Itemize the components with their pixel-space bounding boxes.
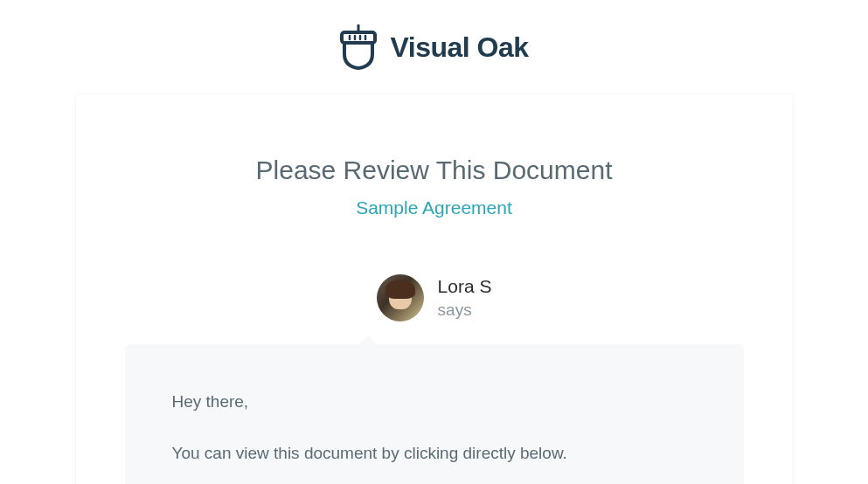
sender-name: Lora S [438, 276, 492, 297]
brand-logo: Visual Oak [339, 24, 528, 70]
message-body: You can view this document by clicking d… [172, 441, 697, 467]
document-title-link[interactable]: Sample Agreement [356, 197, 512, 218]
sender-says-label: says [438, 301, 492, 320]
sender-text: Lora S says [438, 276, 492, 320]
svg-rect-1 [342, 32, 375, 43]
message-card: Hey there, You can view this document by… [125, 344, 744, 484]
page-container: Visual Oak Please Review This Document S… [0, 0, 868, 484]
sender-row: Lora S says [377, 274, 492, 322]
page-title: Please Review This Document [256, 156, 613, 185]
content-panel: Please Review This Document Sample Agree… [76, 94, 793, 484]
header: Visual Oak [0, 0, 868, 94]
brand-name: Visual Oak [390, 31, 528, 64]
avatar [377, 274, 424, 322]
message-greeting: Hey there, [172, 390, 697, 415]
acorn-icon [339, 24, 378, 70]
